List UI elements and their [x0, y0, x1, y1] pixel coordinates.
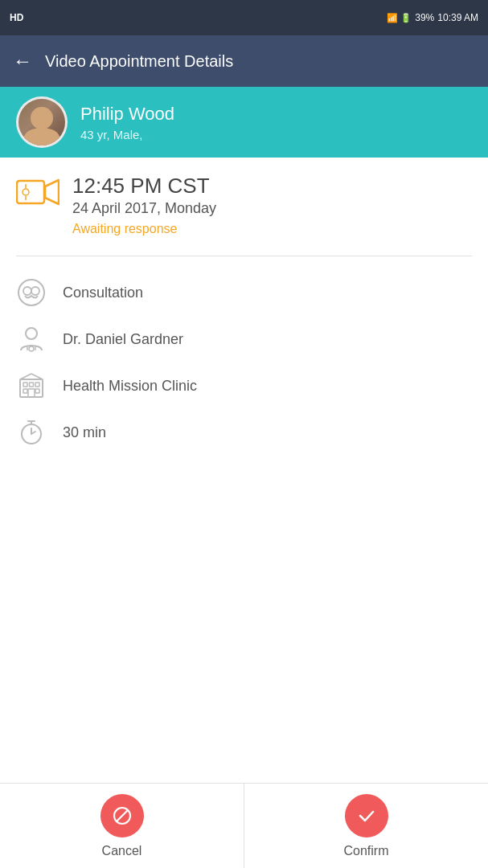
- svg-point-2: [23, 189, 29, 195]
- bottom-action-bar: Cancel Confirm: [0, 783, 488, 868]
- svg-rect-14: [30, 383, 34, 387]
- svg-point-11: [29, 346, 34, 351]
- appointment-status: Awaiting response: [72, 222, 216, 236]
- svg-rect-13: [23, 383, 27, 387]
- signal-icons: 📶 🔋: [387, 13, 412, 23]
- confirm-action[interactable]: Confirm: [244, 784, 488, 868]
- patient-banner: Philip Wood 43 yr, Male,: [0, 87, 488, 158]
- consultation-type: Consultation: [63, 285, 143, 301]
- patient-details: 43 yr, Male,: [80, 128, 174, 141]
- svg-marker-1: [45, 180, 59, 204]
- time-info: 12:45 PM CST 24 April 2017, Monday Await…: [72, 174, 216, 236]
- cancel-icon: [111, 805, 133, 827]
- svg-point-6: [23, 287, 31, 295]
- status-bar: HD 📶 🔋 39% 10:39 AM: [0, 0, 488, 35]
- confirm-circle: [345, 794, 388, 837]
- svg-line-20: [31, 374, 43, 379]
- clinic-icon: [16, 371, 47, 401]
- confirm-label: Confirm: [343, 844, 388, 858]
- cancel-circle: [100, 794, 144, 837]
- duration-icon: [16, 417, 47, 448]
- clinic-name: Health Mission Clinic: [63, 378, 197, 395]
- cancel-label: Cancel: [102, 844, 142, 858]
- confirm-icon: [355, 805, 378, 827]
- clinic-row: Health Mission Clinic: [16, 362, 472, 409]
- time-display: 10:39 AM: [437, 12, 478, 23]
- status-label: HD: [10, 12, 23, 23]
- consultation-row: Consultation: [16, 269, 472, 316]
- svg-line-27: [117, 810, 128, 821]
- appointment-duration: 30 min: [63, 424, 106, 441]
- video-camera-icon: [16, 177, 59, 207]
- appointment-date: 24 April 2017, Monday: [72, 200, 216, 217]
- cancel-action[interactable]: Cancel: [0, 784, 244, 868]
- doctor-name: Dr. Daniel Gardner: [63, 331, 183, 348]
- header: ← Video Appointment Details: [0, 35, 488, 87]
- svg-rect-15: [35, 383, 39, 387]
- svg-line-19: [20, 374, 31, 379]
- svg-rect-18: [28, 389, 35, 397]
- consultation-icon: [16, 277, 47, 308]
- page-title: Video Appointment Details: [45, 52, 233, 71]
- video-icon-container: [16, 177, 59, 207]
- appointment-time: 12:45 PM CST: [72, 174, 216, 199]
- svg-rect-17: [35, 389, 39, 393]
- battery-level: 39%: [415, 12, 434, 23]
- doctor-icon: [16, 324, 47, 354]
- main-content: 12:45 PM CST 24 April 2017, Monday Await…: [0, 158, 488, 456]
- patient-name: Philip Wood: [80, 104, 174, 125]
- duration-row: 30 min: [16, 409, 472, 456]
- svg-point-7: [31, 287, 39, 295]
- avatar: [16, 96, 68, 148]
- patient-info: Philip Wood 43 yr, Male,: [80, 104, 174, 141]
- divider: [16, 256, 472, 256]
- doctor-row: Dr. Daniel Gardner: [16, 316, 472, 362]
- svg-point-8: [26, 328, 37, 339]
- svg-rect-0: [17, 181, 44, 203]
- status-right: 📶 🔋 39% 10:39 AM: [387, 12, 478, 23]
- svg-rect-16: [23, 389, 27, 393]
- appointment-time-section: 12:45 PM CST 24 April 2017, Monday Await…: [16, 174, 472, 249]
- avatar-image: [18, 99, 65, 145]
- back-button[interactable]: ←: [13, 51, 32, 71]
